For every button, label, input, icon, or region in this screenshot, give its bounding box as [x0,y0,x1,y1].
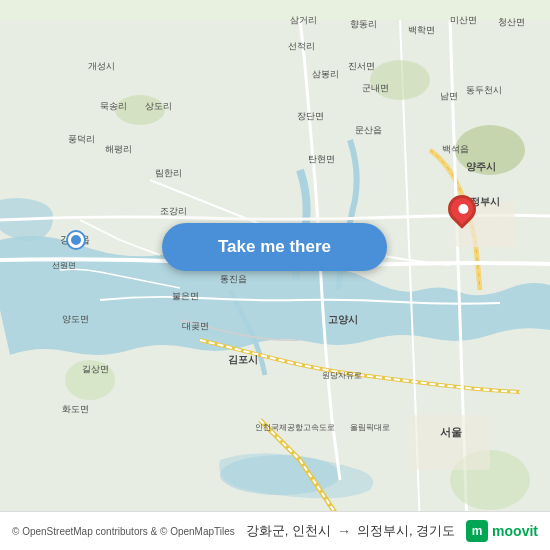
map-label-yangdo: 양도면 [62,313,89,326]
map-label-jangdan: 장단면 [297,110,324,123]
route-origin: 강화군, 인천시 [246,522,331,540]
map-label-munsan: 문산읍 [355,124,382,137]
map-label-nam: 남면 [440,90,458,103]
svg-rect-8 [410,415,490,470]
map-label-haepyeongri: 해평리 [105,143,132,156]
map-label-seonwon: 선원면 [52,260,76,271]
map-label-wonhwajayuro: 원당자유로 [322,370,362,381]
bottom-bar: © OpenStreetMap contributors & © OpenMap… [0,511,550,550]
map-container: 삼거리 향동리 백학면 미산면 청산면 선적리 개성시 삼봉리 군내면 진서면 … [0,0,550,550]
map-label-gimpo: 김포시 [228,353,258,367]
map-label-sangdori: 상도리 [145,100,172,113]
map-label-goyang: 고양시 [328,313,358,327]
map-label-gunnae: 군내면 [362,82,389,95]
map-label-gilsang: 길상면 [82,363,109,376]
pin-dot [458,204,468,214]
map-label-jinseo: 진서면 [348,60,375,73]
map-label-gaesongsi: 개성시 [88,60,115,73]
map-label-baekseokeup: 백석읍 [442,143,469,156]
origin-marker [68,232,84,248]
route-info: 강화군, 인천시 → 의정부시, 경기도 [235,522,466,540]
map-label-yangju: 양주시 [466,160,496,174]
map-label-samgeori: 삼거리 [290,14,317,27]
map-label-cheongsanmyeon: 청산면 [498,16,525,29]
map-label-misanmyeon: 미산면 [450,14,477,27]
map-label-seoul: 서울 [440,425,462,440]
map-label-tongjin: 통진읍 [220,273,247,286]
map-label-tanhyeon: 탄현면 [308,153,335,166]
pin-shape [442,189,482,229]
moovit-logo-icon: m [466,520,488,542]
map-label-olympic-road: 올림픽대로 [350,422,390,433]
map-svg [0,0,550,550]
map-label-muksongri: 묵송리 [100,100,127,113]
destination-marker [448,195,476,231]
map-label-hwado: 화도면 [62,403,89,416]
map-label-hyangdong: 향동리 [350,18,377,31]
moovit-brand-name: moovit [492,523,538,539]
map-label-daegot: 대곶면 [182,320,209,333]
moovit-logo: m moovit [466,520,538,542]
map-label-bureun: 불은면 [172,290,199,303]
map-label-airport-highway: 인천국제공항고속도로 [255,422,335,433]
take-me-there-button[interactable]: Take me there [162,223,387,271]
map-label-sambongtri: 삼봉리 [312,68,339,81]
attribution-text: © OpenStreetMap contributors & © OpenMap… [12,526,235,537]
route-destination: 의정부시, 경기도 [357,522,455,540]
map-label-rimhan: 림한리 [155,167,182,180]
map-label-baekhakmyeon: 백학면 [408,24,435,37]
map-label-seonjeoktri: 선적리 [288,40,315,53]
map-label-jogang: 조강리 [160,205,187,218]
map-label-pungdeoktri: 풍덕리 [68,133,95,146]
route-arrow: → [337,523,351,539]
map-label-dongducheon: 동두천시 [466,84,502,97]
